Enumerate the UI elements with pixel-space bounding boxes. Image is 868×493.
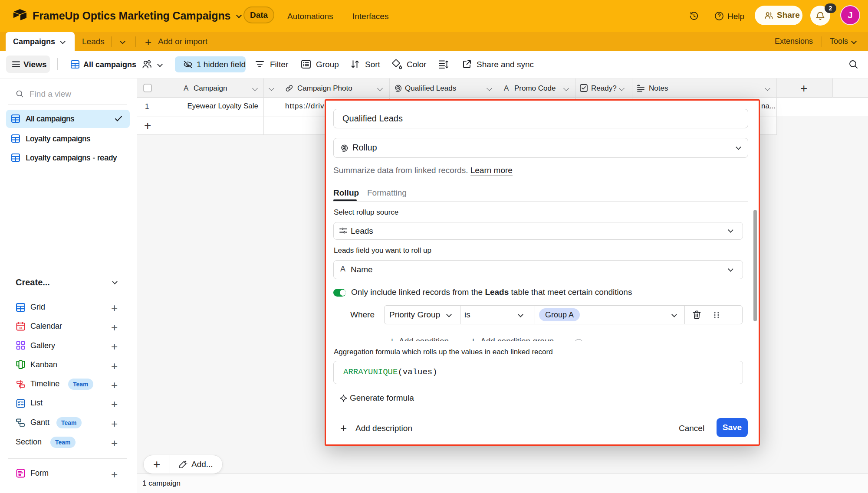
svg-text:31: 31 — [19, 326, 23, 330]
